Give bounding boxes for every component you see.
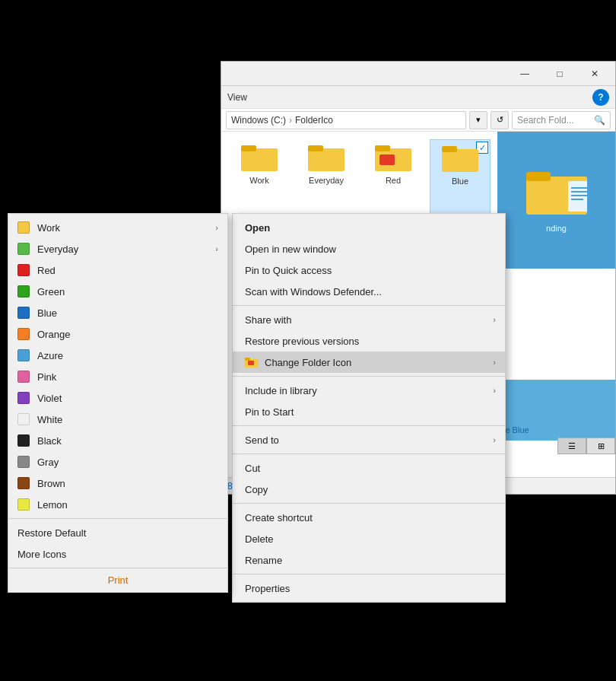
folder-label-work: Work (249, 176, 268, 185)
refresh-button[interactable]: ↺ (491, 111, 509, 129)
color-label-restore: Restore Default (17, 527, 86, 539)
svg-rect-1 (241, 145, 256, 151)
svg-rect-0 (241, 148, 278, 171)
color-dot-azure (17, 349, 30, 361)
color-item-orange[interactable]: Orange (8, 323, 227, 345)
color-dot-red (17, 264, 30, 276)
ctx-open-new-window[interactable]: Open in new window (233, 238, 505, 259)
svg-rect-5 (375, 145, 390, 151)
path-separator: › (289, 115, 292, 126)
grid-view-button[interactable]: ⊞ (586, 438, 615, 454)
color-item-restore[interactable]: Restore Default (8, 522, 227, 543)
list-view-button[interactable]: ☰ (557, 438, 586, 454)
svg-rect-10 (526, 172, 551, 181)
svg-rect-7 (442, 149, 478, 172)
ctx-sep5 (233, 503, 505, 504)
search-box[interactable]: Search Fold... 🔍 (512, 111, 611, 129)
svg-rect-15 (571, 199, 583, 200)
ctx-change-folder-icon[interactable]: Change Folder Icon › (233, 352, 505, 373)
change-folder-icon-graphic (245, 357, 259, 368)
color-item-work[interactable]: Work › (8, 217, 227, 238)
color-label-more-icons: More Icons (17, 549, 66, 560)
color-item-red[interactable]: Red (8, 259, 227, 281)
color-item-green[interactable]: Green (8, 281, 227, 302)
color-item-lemon[interactable]: Lemon (8, 494, 227, 515)
ctx-change-folder-icon-arrow: › (493, 358, 496, 367)
ctx-cut-label: Cut (245, 463, 260, 474)
color-item-pink[interactable]: Pink (8, 366, 227, 387)
dropdown-button[interactable]: ▾ (469, 111, 487, 129)
ctx-copy[interactable]: Copy (233, 479, 505, 500)
color-arrow-work: › (215, 223, 218, 232)
ctx-include-library[interactable]: Include in library › (233, 380, 505, 401)
color-item-brown[interactable]: Brown (8, 473, 227, 494)
svg-rect-2 (308, 148, 345, 171)
ctx-sep3 (233, 425, 505, 426)
ctx-delete[interactable]: Delete (233, 528, 505, 549)
color-dot-everyday (17, 243, 30, 255)
svg-rect-14 (571, 195, 587, 196)
ctx-pin-start[interactable]: Pin to Start (233, 401, 505, 422)
ctx-include-library-arrow: › (493, 386, 496, 395)
svg-rect-17 (245, 358, 250, 361)
color-dot-lemon (17, 498, 30, 511)
color-arrow-everyday: › (215, 244, 218, 253)
view-label[interactable]: View (227, 92, 247, 103)
context-menu: Open Open in new window Pin to Quick acc… (232, 213, 506, 603)
ctx-sep4 (233, 453, 505, 454)
color-item-more-icons[interactable]: More Icons (8, 543, 227, 565)
color-item-gray[interactable]: Gray (8, 451, 227, 473)
ctx-pin-quick-access[interactable]: Pin to Quick access (233, 259, 505, 281)
color-item-azure[interactable]: Azure (8, 345, 227, 366)
ctx-copy-label: Copy (245, 484, 268, 495)
ctx-sep2 (233, 376, 505, 377)
ctx-restore-versions[interactable]: Restore previous versions (233, 330, 505, 352)
color-dot-blue (17, 307, 30, 319)
color-label-red: Red (37, 265, 56, 276)
maximize-button[interactable]: □ (542, 62, 577, 86)
color-item-black[interactable]: Black (8, 430, 227, 451)
ctx-open[interactable]: Open (233, 217, 505, 238)
ctx-share[interactable]: Share with › (233, 309, 505, 330)
ctx-scan[interactable]: Scan with Windows Defender... (233, 281, 505, 302)
folder-label-everyday: Everyday (309, 176, 344, 185)
list-view-icon: ☰ (568, 441, 576, 451)
ctx-include-library-label: Include in library (245, 385, 317, 396)
search-placeholder: Search Fold... (517, 115, 574, 126)
color-label-brown: Brown (37, 478, 65, 489)
path-part2: FolderIco (295, 115, 333, 126)
color-item-everyday[interactable]: Everyday › (8, 238, 227, 259)
color-item-blue[interactable]: Blue (8, 302, 227, 323)
ctx-scan-label: Scan with Windows Defender... (245, 286, 382, 298)
view-toggles: ☰ ⊞ (557, 438, 615, 454)
ctx-restore-versions-label: Restore previous versions (245, 336, 359, 347)
minimize-button[interactable]: — (507, 62, 542, 86)
color-sep2 (8, 568, 227, 568)
color-dot-black (17, 434, 30, 447)
ctx-sep6 (233, 574, 505, 574)
ctx-send-to[interactable]: Send to › (233, 429, 505, 450)
color-dot-white (17, 413, 30, 425)
color-sep1 (8, 518, 227, 519)
address-path: Windows (C:) › FolderIco (226, 111, 466, 129)
color-submenu: Work › Everyday › Red Green Blue Orange … (8, 213, 228, 593)
svg-rect-18 (248, 361, 254, 365)
print-label[interactable]: Print (108, 574, 129, 586)
close-button[interactable]: ✕ (577, 62, 612, 86)
folder-icon-blue-selected (442, 143, 478, 173)
color-label-white: White (37, 414, 62, 425)
folder-icon-work (241, 142, 278, 173)
svg-rect-6 (379, 154, 395, 165)
ctx-create-shortcut[interactable]: Create shortcut (233, 507, 505, 528)
ctx-cut[interactable]: Cut (233, 457, 505, 479)
ctx-rename[interactable]: Rename (233, 549, 505, 571)
color-item-violet[interactable]: Violet (8, 387, 227, 409)
color-dot-orange (17, 328, 30, 340)
help-button[interactable]: ? (592, 89, 609, 106)
color-label-green: Green (37, 286, 65, 298)
title-bar: — □ ✕ (221, 62, 615, 86)
color-item-white[interactable]: White (8, 409, 227, 430)
ctx-properties[interactable]: Properties (233, 578, 505, 599)
ctx-share-arrow: › (493, 315, 496, 324)
color-label-orange: Orange (37, 329, 70, 340)
